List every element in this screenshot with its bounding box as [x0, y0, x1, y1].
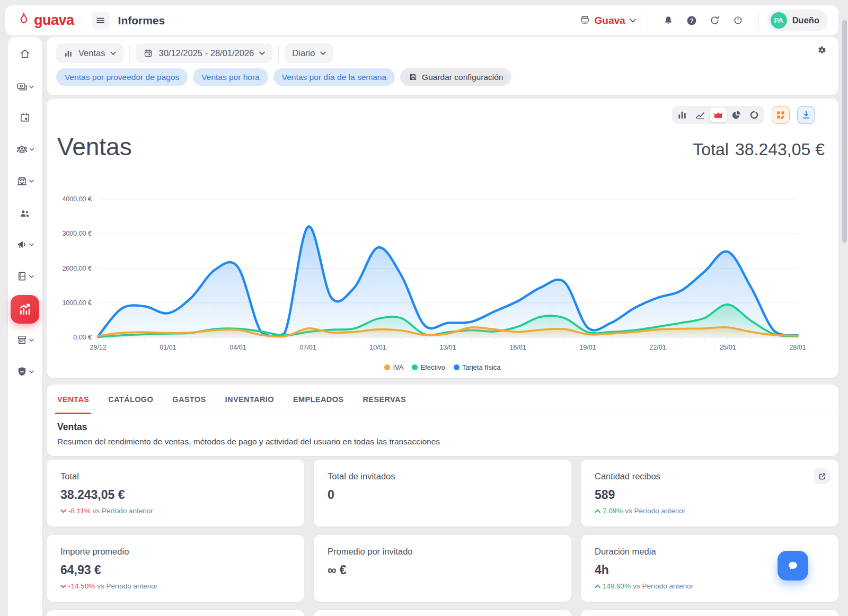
page-scrollbar-thumb[interactable] — [842, 20, 847, 243]
bar-chart-icon — [677, 110, 687, 120]
power-icon — [732, 15, 744, 26]
svg-text:25/01: 25/01 — [719, 344, 736, 351]
settings-gear-button[interactable] — [813, 44, 830, 58]
chart-type-switcher — [672, 106, 764, 124]
hamburger-icon — [95, 15, 105, 25]
partial-cards-row — [47, 610, 838, 616]
notifications-button[interactable] — [659, 12, 677, 30]
stat-card-total: Total 38.243,05 € -8.11%vs Período anter… — [47, 460, 304, 526]
user-role: Dueño — [792, 15, 819, 25]
sales-area-chart[interactable]: 0,00 €1000,00 €2000,00 €3000,00 €4000,00… — [52, 189, 833, 356]
chip-ventas-por-proveedor-de-pagos[interactable]: Ventas por proveedor de pagos — [56, 68, 188, 86]
chart-type-line-chart-button[interactable] — [692, 108, 709, 122]
stat-label: Importe promedio — [60, 547, 290, 557]
register-icon — [579, 14, 590, 27]
people-icon — [19, 207, 31, 220]
tab-ventas[interactable]: VENTAS — [48, 385, 99, 414]
brand-logo[interactable]: guava — [17, 12, 74, 30]
refresh-icon — [709, 15, 720, 26]
payments-icon — [16, 81, 28, 93]
logout-button[interactable] — [729, 12, 747, 30]
card-partial — [47, 610, 304, 616]
sidebar — [8, 37, 42, 616]
divider — [129, 46, 130, 61]
building-icon — [16, 175, 28, 187]
date-range-picker[interactable]: 30/12/2025 - 28/01/2026 — [136, 43, 272, 63]
chart-total-value: 38.243,05 € — [735, 140, 825, 159]
sidebar-item-reports[interactable] — [11, 295, 39, 324]
chat-fab[interactable] — [778, 551, 808, 581]
stat-card-promedio-por-invitado: Promedio por invitado ∞ € — [314, 535, 571, 602]
user-menu[interactable]: PA Dueño — [767, 10, 828, 31]
report-section-card: VENTASCATÁLOGOGASTOSINVENTARIOEMPLEADOSR… — [47, 385, 838, 456]
sidebar-item-payments[interactable] — [16, 81, 34, 93]
granularity-select[interactable]: Diario — [285, 43, 333, 63]
brand-text: guava — [34, 12, 74, 29]
sidebar-item-home[interactable] — [19, 48, 31, 60]
chevron-down-icon — [29, 243, 34, 246]
chart-type-area-chart-button[interactable] — [710, 108, 727, 122]
legend-dot — [454, 364, 460, 370]
chart-type-donut-chart-button[interactable] — [746, 108, 763, 122]
venue-selector[interactable]: Guava — [576, 14, 639, 28]
calendar-icon — [143, 48, 153, 58]
sidebar-item-building[interactable] — [16, 175, 34, 187]
stat-label: Total de invitados — [328, 471, 558, 481]
sidebar-item-store[interactable] — [16, 334, 34, 346]
granularity-value: Diario — [292, 48, 315, 58]
help-button[interactable]: ? — [683, 12, 701, 30]
refresh-button[interactable] — [706, 12, 724, 30]
report-type-value: Ventas — [78, 48, 105, 58]
avatar: PA — [771, 12, 787, 29]
filter-row: Ventas 30/12/2025 - 28/01/2026 Diario — [56, 43, 829, 63]
svg-text:0,00 €: 0,00 € — [73, 334, 92, 341]
stat-delta: -14.50%vs Período anterior — [60, 582, 290, 590]
tab-gastos[interactable]: GASTOS — [163, 385, 215, 414]
sidebar-item-shield[interactable] — [16, 365, 34, 378]
open-detail-button[interactable] — [814, 468, 830, 484]
svg-text:13/01: 13/01 — [439, 344, 456, 351]
tab-inventario[interactable]: INVENTARIO — [216, 385, 284, 414]
customize-widgets-button[interactable] — [772, 106, 790, 124]
sidebar-item-groups[interactable] — [16, 143, 34, 156]
stat-value: ∞ € — [328, 563, 558, 577]
venue-name: Guava — [595, 15, 625, 26]
tab-catalogo[interactable]: CATÁLOGO — [99, 385, 163, 414]
legend-item-tarjeta-fisica[interactable]: Tarjeta física — [454, 363, 501, 371]
download-icon — [801, 110, 811, 120]
chart-legend: IVA Efectivo Tarjeta física — [47, 363, 838, 371]
chevron-down-icon — [630, 19, 636, 23]
guava-logo-icon — [17, 12, 31, 30]
chip-ventas-por-dia-de-la-semana[interactable]: Ventas por día de la semana — [273, 68, 395, 86]
section-title: Ventas — [57, 422, 828, 433]
chart-type-bar-chart-button[interactable] — [674, 108, 691, 122]
sidebar-item-people[interactable] — [19, 207, 31, 220]
svg-text:04/01: 04/01 — [229, 344, 246, 351]
chips-row: Ventas por proveedor de pagosVentas por … — [56, 68, 829, 86]
chart-type-pie-chart-button[interactable] — [728, 108, 745, 122]
tab-reservas[interactable]: RESERVAS — [353, 385, 416, 414]
chip-ventas-por-hora[interactable]: Ventas por hora — [193, 68, 268, 86]
donut-chart-icon — [749, 110, 759, 120]
save-configuration-button[interactable]: Guardar configuración — [400, 68, 511, 86]
section-summary: Ventas Resumen del rendimiento de ventas… — [47, 414, 838, 456]
external-link-icon — [818, 472, 827, 481]
report-type-select[interactable]: Ventas — [56, 43, 123, 63]
svg-text:10/01: 10/01 — [369, 344, 386, 351]
legend-dot — [412, 364, 418, 370]
chart-title: Ventas — [57, 132, 132, 161]
tab-empleados[interactable]: EMPLEADOS — [284, 385, 353, 414]
kiosk-icon — [16, 270, 28, 282]
sidebar-item-calendar[interactable] — [19, 111, 31, 123]
sidebar-item-kiosk[interactable] — [16, 270, 34, 282]
download-button[interactable] — [797, 106, 815, 124]
stat-label: Total — [60, 471, 290, 481]
navbar-right: Guava ? — [576, 10, 828, 31]
help-icon: ? — [686, 15, 697, 26]
sidebar-item-megaphone[interactable] — [16, 238, 34, 251]
legend-item-efectivo[interactable]: Efectivo — [412, 363, 445, 371]
menu-toggle-button[interactable] — [92, 12, 110, 30]
legend-item-iva[interactable]: IVA — [384, 363, 403, 371]
chart-total: Total 38.243,05 € — [693, 140, 825, 159]
stat-card-total-de-invitados: Total de invitados 0 — [314, 460, 571, 526]
